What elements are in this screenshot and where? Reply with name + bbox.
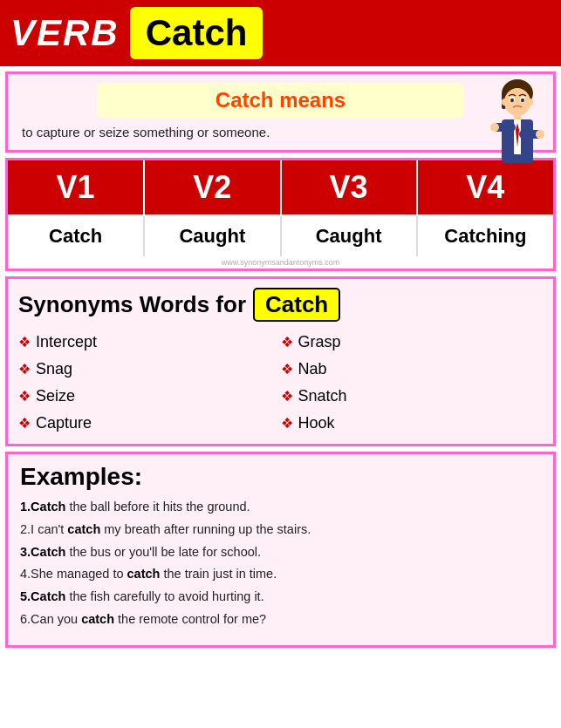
synonyms-grid: ❖ Intercept ❖ Grasp ❖ Snag ❖ Nab ❖ Seize… bbox=[18, 330, 543, 435]
synonym-nab: Nab bbox=[298, 360, 327, 378]
synonym-seize: Seize bbox=[36, 387, 75, 405]
verb-values-row: Catch Caught Caught Catching bbox=[8, 215, 553, 256]
diamond-icon-3: ❖ bbox=[18, 388, 31, 405]
synonym-intercept: Intercept bbox=[36, 333, 97, 351]
synonyms-section: Synonyms Words for Catch ❖ Intercept ❖ G… bbox=[5, 276, 556, 446]
svg-point-16 bbox=[536, 130, 544, 139]
v4-value: Catching bbox=[417, 215, 553, 256]
example-2-bold: catch bbox=[67, 522, 100, 536]
verb-table: V1 V2 V3 V4 Catch Caught Caught Catching bbox=[8, 160, 553, 256]
synonyms-highlight-word: Catch bbox=[253, 288, 340, 322]
svg-point-6 bbox=[521, 99, 524, 102]
synonym-capture: Capture bbox=[36, 414, 92, 432]
diamond-icon-2: ❖ bbox=[18, 361, 31, 378]
synonym-hook: Hook bbox=[298, 414, 335, 432]
examples-title: Examples: bbox=[20, 463, 541, 491]
synonym-item-intercept: ❖ Intercept bbox=[18, 330, 281, 354]
synonym-item-snatch: ❖ Snatch bbox=[281, 384, 544, 408]
diamond-icon-1: ❖ bbox=[18, 334, 31, 350]
example-4-bold: catch bbox=[127, 567, 161, 581]
example-5-bold: 5.Catch bbox=[20, 589, 65, 603]
example-1: 1.Catch the ball before it hits the grou… bbox=[20, 498, 541, 517]
character-illustration bbox=[482, 78, 548, 165]
v2-value: Caught bbox=[144, 215, 280, 256]
means-description: to capture or seize something or someone… bbox=[22, 125, 543, 139]
verb-table-section: V1 V2 V3 V4 Catch Caught Caught Catching… bbox=[5, 158, 556, 271]
v3-header: V3 bbox=[281, 160, 417, 215]
synonym-grasp: Grasp bbox=[298, 333, 341, 351]
svg-point-8 bbox=[528, 99, 533, 105]
watermark: www.synonymsandantonyms.com bbox=[8, 256, 553, 269]
means-section: Catch means to capture or seize somethin… bbox=[5, 71, 556, 153]
diamond-icon-5: ❖ bbox=[281, 334, 293, 350]
means-title-box: Catch means bbox=[97, 83, 464, 118]
svg-point-15 bbox=[490, 123, 499, 132]
example-5: 5.Catch the fish carefully to avoid hurt… bbox=[20, 588, 541, 607]
diamond-icon-4: ❖ bbox=[18, 415, 31, 432]
diamond-icon-7: ❖ bbox=[281, 388, 293, 405]
v1-header: V1 bbox=[8, 160, 144, 215]
example-6-bold: catch bbox=[81, 612, 114, 626]
means-title-word: Catch bbox=[216, 88, 274, 112]
header: VERB Catch bbox=[0, 0, 561, 66]
diamond-icon-6: ❖ bbox=[281, 361, 293, 378]
synonyms-title: Synonyms Words for Catch bbox=[18, 288, 543, 322]
synonyms-title-text: Synonyms Words for bbox=[18, 291, 246, 318]
svg-point-7 bbox=[502, 99, 507, 105]
example-6: 6.Can you catch the remote control for m… bbox=[20, 610, 541, 629]
synonym-item-snag: ❖ Snag bbox=[18, 357, 281, 381]
v1-value: Catch bbox=[8, 215, 144, 256]
verb-label: VERB bbox=[10, 12, 120, 54]
means-title: Catch means bbox=[216, 88, 345, 112]
example-3: 3.Catch the bus or you'll be late for sc… bbox=[20, 543, 541, 562]
svg-point-5 bbox=[510, 99, 514, 102]
verb-header-row: V1 V2 V3 V4 bbox=[8, 160, 553, 215]
example-2: 2.I can't catch my breath after running … bbox=[20, 520, 541, 540]
means-title-suffix: means bbox=[273, 88, 345, 112]
example-4: 4.She managed to catch the train just in… bbox=[20, 565, 541, 584]
examples-section: Examples: 1.Catch the ball before it hit… bbox=[5, 452, 556, 648]
synonym-item-seize: ❖ Seize bbox=[18, 384, 281, 408]
header-word: Catch bbox=[146, 12, 248, 53]
svg-point-2 bbox=[504, 88, 530, 116]
header-word-box: Catch bbox=[130, 7, 263, 59]
svg-rect-9 bbox=[514, 114, 521, 119]
synonym-item-capture: ❖ Capture bbox=[18, 412, 281, 435]
example-3-bold: 3.Catch bbox=[20, 545, 65, 559]
synonym-item-hook: ❖ Hook bbox=[281, 412, 544, 435]
synonym-item-nab: ❖ Nab bbox=[281, 357, 544, 381]
diamond-icon-8: ❖ bbox=[281, 415, 293, 432]
synonym-snag: Snag bbox=[36, 360, 72, 378]
example-1-bold: 1.Catch bbox=[20, 500, 65, 514]
v3-value: Caught bbox=[281, 215, 417, 256]
synonym-item-grasp: ❖ Grasp bbox=[281, 330, 544, 354]
v2-header: V2 bbox=[144, 160, 280, 215]
synonym-snatch: Snatch bbox=[298, 387, 347, 405]
